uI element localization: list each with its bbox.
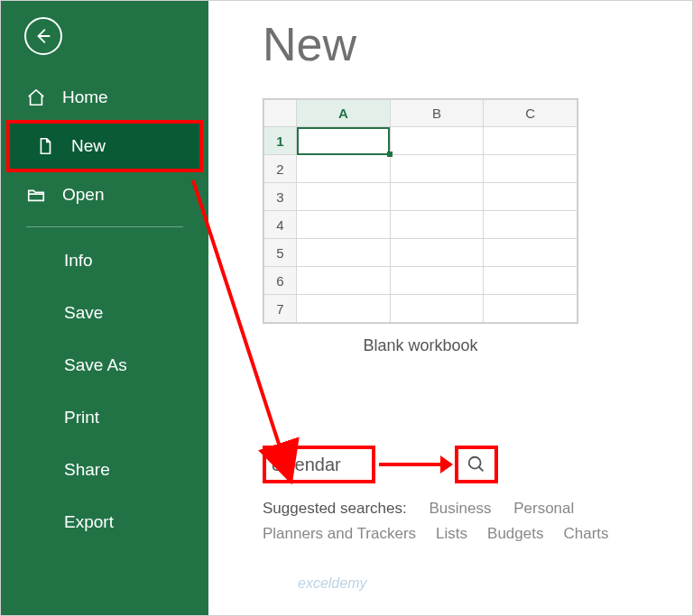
nav-save-as[interactable]: Save As — [1, 339, 208, 391]
nav-new[interactable]: New — [10, 124, 199, 169]
col-A: A — [297, 100, 391, 127]
nav-secondary: Info Save Save As Print Share Export — [1, 234, 208, 548]
suggested-row: Planners and Trackers Lists Budgets Char… — [263, 525, 667, 543]
nav-share[interactable]: Share — [1, 444, 208, 496]
back-button[interactable] — [24, 17, 62, 55]
suggested-personal[interactable]: Personal — [513, 500, 574, 517]
template-search-row: calendar — [263, 446, 667, 483]
template-search-button[interactable] — [455, 446, 498, 483]
nav-open[interactable]: Open — [1, 172, 208, 217]
file-icon — [35, 136, 55, 156]
backstage-sidebar: Home New Open Info Save Save As Print Sh… — [1, 1, 208, 615]
annotation-arrow-icon — [379, 463, 451, 466]
nav-home-label: Home — [62, 87, 108, 107]
arrow-left-icon — [33, 26, 53, 46]
nav-home[interactable]: Home — [1, 75, 208, 120]
nav-save[interactable]: Save — [1, 287, 208, 339]
nav-export[interactable]: Export — [1, 496, 208, 548]
nav-new-label: New — [71, 136, 106, 156]
nav-divider — [26, 226, 183, 227]
nav-open-label: Open — [62, 185, 104, 205]
suggested-lists[interactable]: Lists — [436, 525, 467, 543]
suggested-label: Suggested searches: Business Personal — [263, 500, 667, 518]
col-C: C — [484, 100, 578, 127]
page-title: New — [263, 17, 667, 71]
nav-primary: Home New Open — [1, 75, 208, 217]
main-panel: New A B C 1 2 3 4 5 6 7 — [208, 1, 692, 615]
nav-info[interactable]: Info — [1, 234, 208, 287]
suggested-planners[interactable]: Planners and Trackers — [263, 525, 416, 543]
suggested-business[interactable]: Business — [429, 500, 491, 517]
template-search-input[interactable]: calendar — [263, 446, 375, 483]
col-B: B — [390, 100, 484, 127]
template-label: Blank workbook — [263, 336, 578, 355]
blank-workbook-preview: A B C 1 2 3 4 5 6 7 — [263, 98, 578, 324]
suggested-budgets[interactable]: Budgets — [487, 525, 543, 543]
search-icon — [467, 455, 486, 474]
folder-open-icon — [26, 185, 46, 205]
home-icon — [26, 87, 46, 107]
nav-print[interactable]: Print — [1, 391, 208, 444]
suggested-charts[interactable]: Charts — [563, 525, 608, 543]
template-blank-workbook[interactable]: A B C 1 2 3 4 5 6 7 Blank workbook — [263, 98, 578, 355]
svg-point-0 — [469, 457, 481, 469]
